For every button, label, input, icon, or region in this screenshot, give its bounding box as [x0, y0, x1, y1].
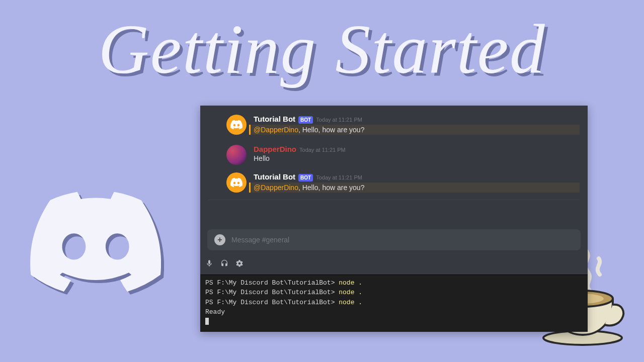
avatar-bot-icon	[226, 115, 247, 135]
user-mention[interactable]: @DapperDino	[254, 126, 298, 134]
divider	[208, 200, 580, 200]
attach-icon[interactable]: +	[214, 234, 225, 245]
page-title: Getting Started	[98, 14, 545, 84]
author-name[interactable]: Tutorial Bot	[254, 115, 295, 123]
chat-message[interactable]: Tutorial Bot BOT Today at 11:21 PM @Dapp…	[200, 167, 588, 196]
message-input[interactable]: + Message #general	[207, 229, 581, 250]
chat-pane: Tutorial Bot BOT Today at 11:21 PM @Dapp…	[200, 106, 588, 275]
terminal-cursor	[205, 318, 209, 325]
message-timestamp: Today at 11:21 PM	[316, 117, 362, 123]
message-timestamp: Today at 11:21 PM	[316, 174, 362, 180]
message-placeholder: Message #general	[231, 236, 289, 244]
message-timestamp: Today at 11:21 PM	[299, 147, 346, 153]
gear-icon[interactable]	[235, 259, 244, 269]
terminal-pane[interactable]: PS F:\My Discord Bot\TutorialBot> node .…	[200, 275, 588, 332]
headset-icon[interactable]	[220, 259, 228, 269]
bot-badge: BOT	[298, 116, 313, 124]
mic-icon[interactable]	[205, 259, 213, 269]
avatar-user-icon	[226, 145, 247, 165]
user-controls	[200, 259, 588, 275]
chat-message[interactable]: DapperDino Today at 11:21 PM Hello	[200, 140, 588, 165]
discord-logo-icon	[30, 191, 161, 322]
chat-message[interactable]: Tutorial Bot BOT Today at 11:21 PM @Dapp…	[200, 110, 588, 138]
author-name[interactable]: DapperDino	[254, 145, 296, 153]
author-name[interactable]: Tutorial Bot	[254, 172, 295, 181]
avatar-bot-icon	[226, 172, 247, 193]
message-content: @DapperDino, Hello, how are you?	[249, 183, 580, 193]
discord-window: Tutorial Bot BOT Today at 11:21 PM @Dapp…	[200, 106, 588, 332]
bot-badge: BOT	[298, 174, 313, 182]
message-content: Hello	[254, 154, 580, 162]
message-content: @DapperDino, Hello, how are you?	[249, 125, 580, 135]
terminal-output: Ready	[205, 307, 583, 317]
user-mention[interactable]: @DapperDino	[254, 184, 298, 192]
